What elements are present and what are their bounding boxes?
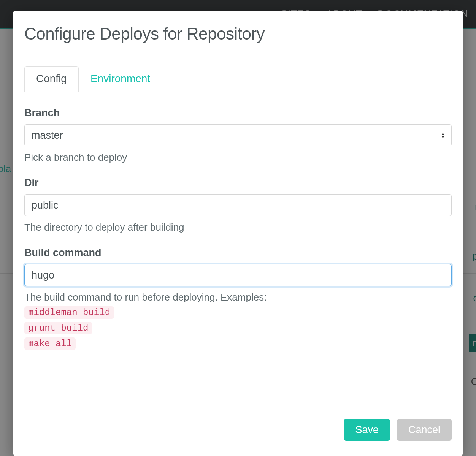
example-code: make all bbox=[24, 337, 76, 350]
field-dir: Dir The directory to deploy after buildi… bbox=[24, 177, 452, 233]
save-button[interactable]: Save bbox=[344, 419, 390, 441]
dir-help: The directory to deploy after building bbox=[24, 222, 452, 233]
build-command-input[interactable] bbox=[24, 264, 452, 286]
configure-deploys-modal: Configure Deploys for Repository Config … bbox=[13, 11, 463, 456]
field-branch: Branch master ▲▼ Pick a branch to deploy bbox=[24, 107, 452, 163]
field-build-command: Build command The build command to run b… bbox=[24, 247, 452, 350]
tab-environment[interactable]: Environment bbox=[79, 66, 162, 92]
build-command-label: Build command bbox=[24, 247, 452, 259]
branch-select-value: master bbox=[32, 130, 63, 141]
modal-footer: Save Cancel bbox=[13, 410, 463, 456]
modal-title: Configure Deploys for Repository bbox=[24, 24, 452, 43]
tab-config[interactable]: Config bbox=[24, 66, 79, 92]
branch-select[interactable]: master ▲▼ bbox=[24, 124, 452, 146]
example-code: middleman build bbox=[24, 306, 114, 319]
example-code: grunt build bbox=[24, 322, 92, 334]
branch-label: Branch bbox=[24, 107, 452, 119]
tab-bar: Config Environment bbox=[24, 66, 452, 92]
dir-input[interactable] bbox=[24, 194, 452, 216]
dir-label: Dir bbox=[24, 177, 452, 189]
branch-help: Pick a branch to deploy bbox=[24, 152, 452, 163]
modal-header: Configure Deploys for Repository bbox=[13, 11, 463, 54]
select-arrows-icon: ▲▼ bbox=[441, 132, 445, 138]
modal-body: Config Environment Branch master ▲▼ Pick… bbox=[13, 54, 463, 410]
build-command-examples: middleman build grunt build make all bbox=[24, 303, 452, 350]
build-command-help: The build command to run before deployin… bbox=[24, 291, 452, 303]
cancel-button[interactable]: Cancel bbox=[397, 419, 452, 441]
